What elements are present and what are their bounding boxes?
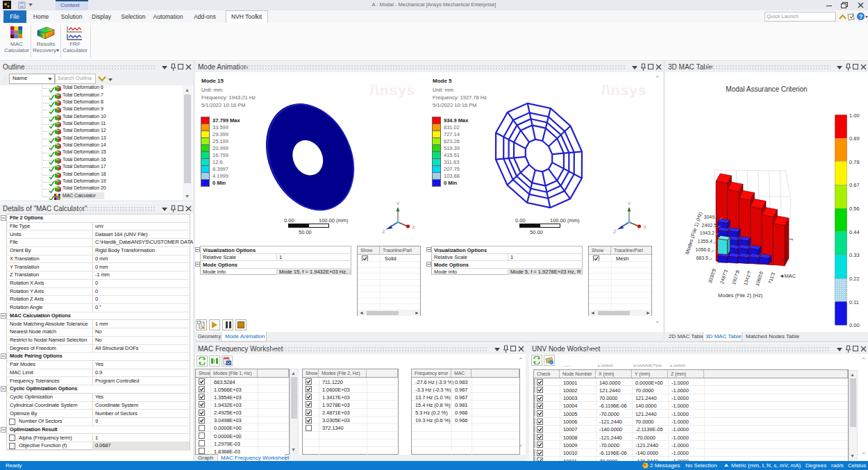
svg-text:Z: Z (382, 228, 385, 235)
svg-text:Z: Z (613, 228, 617, 235)
svg-text:?: ? (859, 13, 862, 20)
svg-text:X: X (643, 224, 646, 230)
svg-text:Y: Y (396, 201, 399, 207)
svg-text:Y: Y (627, 201, 631, 207)
svg-text:X: X (412, 224, 415, 230)
